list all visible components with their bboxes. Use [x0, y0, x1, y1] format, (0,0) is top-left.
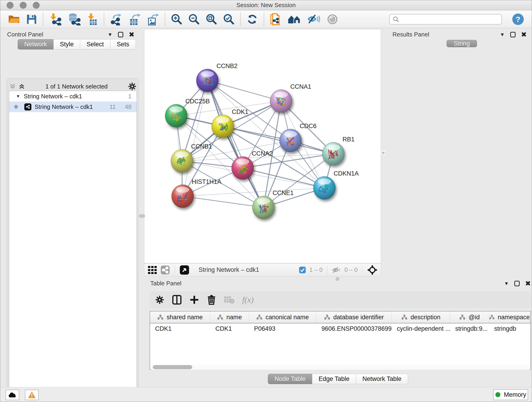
hide-eye-icon: [307, 13, 321, 25]
network-node-HIST1H1A[interactable]: HIST1H1A: [172, 178, 221, 208]
float-panel-icon[interactable]: [118, 32, 123, 37]
column-header-database-identifier[interactable]: database identifier: [317, 312, 392, 323]
table-hscrollbar[interactable]: [151, 365, 530, 370]
export-table-button[interactable]: [125, 12, 144, 27]
network-node-CCNA1[interactable]: CCNA1: [270, 83, 311, 113]
table-cell[interactable]: cyclin-dependent ...: [392, 325, 450, 332]
save-session-button[interactable]: [23, 12, 40, 27]
help-button[interactable]: ?: [509, 12, 527, 27]
network-node-CCNA2[interactable]: CCNA2: [232, 150, 273, 179]
hide-selected-button[interactable]: [304, 12, 324, 27]
network-edge[interactable]: [207, 80, 264, 207]
table-cell[interactable]: CDK1: [150, 325, 210, 332]
tab-string[interactable]: String: [447, 40, 477, 47]
table-cell[interactable]: stringdb:9...: [450, 325, 489, 332]
memory-status-icon: [495, 392, 500, 397]
birds-eye-icon[interactable]: [367, 265, 378, 275]
delete-trash-icon[interactable]: [207, 295, 216, 305]
network-canvas[interactable]: CCNB2CCNA1CDC25BCDK1CDC6RB1CCNB1CCNA2CDK…: [144, 29, 381, 263]
column-header-name[interactable]: name: [210, 312, 249, 323]
show-graphics-button[interactable]: [324, 12, 341, 27]
memory-label: Memory: [504, 391, 526, 398]
tab-network[interactable]: Network: [18, 39, 54, 50]
tab-network-table[interactable]: Network Table: [356, 374, 408, 384]
selected-checkbox-icon[interactable]: [299, 266, 306, 274]
close-panel-icon[interactable]: ✖: [525, 280, 531, 287]
panel-menu-icon[interactable]: ▼: [108, 32, 113, 37]
title-bar: Session: New Session: [0, 0, 532, 10]
network-collection-row[interactable]: ▼ String Network – cdk1 1: [9, 91, 137, 102]
splitter-handle-east[interactable]: [381, 150, 386, 155]
open-session-button[interactable]: [5, 12, 23, 27]
zoom-out-button[interactable]: [185, 12, 203, 27]
grid-mode-icon[interactable]: [147, 265, 157, 275]
search-field[interactable]: [389, 14, 502, 25]
network-edge[interactable]: [183, 196, 264, 207]
table-hscroll-thumb[interactable]: [153, 365, 192, 369]
float-panel-icon[interactable]: [510, 32, 515, 37]
column-header-shared-name[interactable]: shared name: [150, 312, 210, 323]
table-row[interactable]: CDK1CDK1P064939606.ENSP00000378699cyclin…: [150, 323, 530, 334]
memory-button[interactable]: Memory: [493, 389, 528, 400]
network-node-CCNB1[interactable]: CCNB1: [171, 143, 212, 172]
column-header--id[interactable]: @id: [450, 312, 489, 323]
cloud-button[interactable]: [6, 390, 19, 400]
zoom-selected-button[interactable]: [220, 12, 238, 27]
table-cell[interactable]: CDK1: [210, 325, 249, 332]
tab-sets[interactable]: Sets: [110, 39, 136, 50]
warning-button[interactable]: [25, 390, 39, 400]
column-header-description[interactable]: description: [392, 312, 450, 323]
node-label: CCNA1: [290, 83, 311, 90]
add-row-icon[interactable]: [190, 295, 199, 305]
add-column-icon[interactable]: [172, 295, 182, 305]
column-header-canonical-name[interactable]: canonical name: [249, 312, 317, 323]
gear-icon[interactable]: [128, 82, 137, 91]
collapse-all-icon[interactable]: [9, 83, 16, 90]
import-table-file-button[interactable]: [84, 12, 101, 27]
table-cell[interactable]: stringdb: [489, 325, 530, 332]
tab-select[interactable]: Select: [80, 39, 110, 50]
hidden-eye-icon[interactable]: [332, 266, 341, 274]
network-node-CDKN1A[interactable]: CDKN1A: [313, 170, 359, 199]
export-image-button[interactable]: [144, 12, 162, 27]
apply-layout-button[interactable]: [244, 12, 261, 27]
save-icon: [26, 14, 37, 25]
edge-count: 48: [125, 103, 132, 110]
search-input[interactable]: [402, 16, 499, 23]
float-panel-icon[interactable]: [514, 281, 520, 286]
close-panel-icon[interactable]: ✖: [129, 31, 134, 38]
tab-node-table[interactable]: Node Table: [268, 374, 312, 384]
column-header-label: name: [226, 314, 242, 321]
network-node-CCNE1[interactable]: CCNE1: [253, 190, 294, 219]
table-cell[interactable]: 9606.ENSP00000378699: [317, 325, 392, 332]
tree-expander-icon[interactable]: ▼: [16, 94, 20, 98]
zoom-in-button[interactable]: [168, 12, 185, 27]
import-network-file-button[interactable]: [46, 12, 64, 27]
tab-edge-table[interactable]: Edge Table: [312, 374, 356, 384]
open-in-window-icon[interactable]: [179, 265, 190, 275]
column-header-namespace[interactable]: namespace: [489, 312, 530, 323]
network-edge[interactable]: [223, 126, 333, 154]
clone-network-button[interactable]: [267, 12, 284, 27]
network-node-CDC25B[interactable]: CDC25B: [165, 98, 210, 127]
panel-menu-icon[interactable]: ▼: [504, 281, 509, 286]
table-gear-icon[interactable]: [155, 295, 164, 304]
splitter-handle-west[interactable]: [139, 214, 145, 218]
function-builder-icon: f(x): [242, 295, 254, 305]
export-network-button[interactable]: [107, 12, 125, 27]
warning-icon: [28, 391, 36, 399]
network-node-RB1[interactable]: RB1: [322, 136, 355, 165]
table-cell[interactable]: P06493: [249, 325, 317, 332]
column-type-icon: [401, 314, 407, 320]
network-row[interactable]: String Network – cdk1 11 48: [9, 102, 137, 112]
network-node-CDK1[interactable]: CDK1: [212, 108, 248, 138]
close-panel-icon[interactable]: ✖: [521, 31, 527, 38]
first-neighbors-button[interactable]: [284, 12, 304, 27]
import-network-database-button[interactable]: [64, 12, 84, 27]
zoom-fit-button[interactable]: [203, 12, 220, 27]
string-view-icon[interactable]: [160, 265, 170, 275]
panel-menu-icon[interactable]: ▼: [500, 32, 505, 37]
tab-style[interactable]: Style: [53, 39, 80, 50]
network-node-CDC6[interactable]: CDC6: [279, 123, 317, 152]
expand-all-icon[interactable]: [18, 83, 25, 90]
